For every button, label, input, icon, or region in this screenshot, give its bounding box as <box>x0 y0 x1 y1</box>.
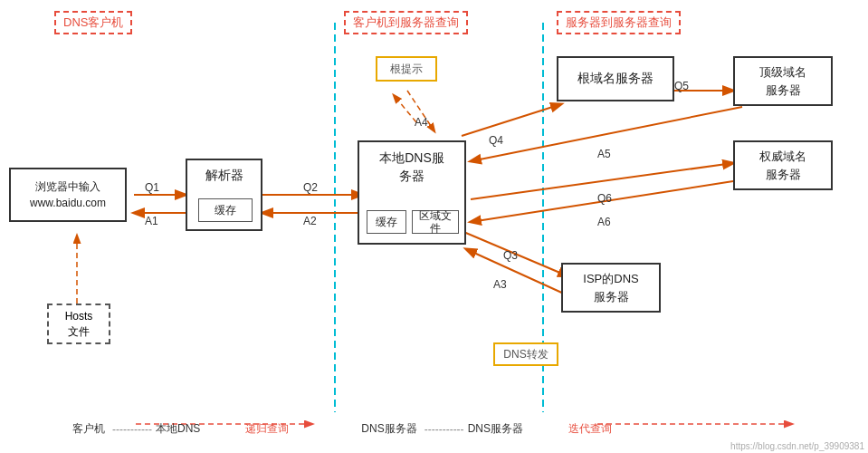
resolver-box: 解析器 缓存 <box>186 159 262 231</box>
tld-dns-box: 顶级域名服务器 <box>733 56 833 106</box>
dns-server2-label: DNS服务器 <box>468 421 523 437</box>
q6-label: Q6 <box>597 192 612 205</box>
a3-label: A3 <box>493 278 507 291</box>
client-label: 客户机 <box>72 421 105 437</box>
isp-dns-label: ISP的DNS服务器 <box>583 270 638 305</box>
q5-label: Q5 <box>674 80 689 92</box>
svg-line-8 <box>462 104 561 136</box>
root-hint-box: 根提示 <box>376 56 437 82</box>
tld-dns-label: 顶级域名服务器 <box>759 63 806 99</box>
watermark: https://blog.csdn.net/p_39909381 <box>730 441 864 451</box>
local-dns-box: 本地DNS服务器 缓存 区域文件 <box>358 140 466 245</box>
auth-dns-box: 权威域名服务器 <box>733 140 833 190</box>
local-dns-label: 本地DNS服务器 <box>359 149 464 185</box>
bottom-bar: 客户机 ----------- 本地DNS 递归查询 DNS服务器 ------… <box>0 421 868 437</box>
hosts-file-label: Hosts文件 <box>65 309 93 340</box>
root-hint-label: 根提示 <box>390 62 423 77</box>
auth-dns-label: 权威域名服务器 <box>759 148 806 183</box>
section-client-to-server: 客户机到服务器查询 <box>344 11 468 34</box>
root-dns-label: 根域名服务器 <box>577 71 653 87</box>
q1-label: Q1 <box>145 181 159 194</box>
zone-file-label: 区域文件 <box>419 209 452 236</box>
svg-line-6 <box>394 95 416 122</box>
cache1-box: 缓存 <box>198 198 253 222</box>
a6-label: A6 <box>597 216 611 228</box>
browser-input-box: 浏览器中输入www.baidu.com <box>9 168 127 222</box>
cache2-label: 缓存 <box>376 215 397 230</box>
dns-forward-label: DNS转发 <box>503 347 548 362</box>
isp-dns-box: ISP的DNS服务器 <box>561 263 661 313</box>
hosts-file-box: Hosts文件 <box>47 304 110 344</box>
q2-label: Q2 <box>303 181 318 194</box>
dns-forward-box: DNS转发 <box>493 342 558 366</box>
a2-label: A2 <box>303 215 317 227</box>
local-dns-bottom-label: 本地DNS <box>156 421 200 437</box>
cache1-label: 缓存 <box>215 203 236 218</box>
a1-label: A1 <box>145 215 158 227</box>
q4-label: Q4 <box>489 134 503 147</box>
recursive-label: 递归查询 <box>245 421 289 437</box>
root-dns-box: 根域名服务器 <box>557 56 674 101</box>
section-server-to-server: 服务器到服务器查询 <box>557 11 681 34</box>
q3-label: Q3 <box>503 249 518 262</box>
zone-file-box: 区域文件 <box>412 210 459 234</box>
iterative-label: 迭代查询 <box>568 421 612 437</box>
section-dns-client: DNS客户机 <box>54 11 132 34</box>
dns-server-label: DNS服务器 <box>361 421 416 437</box>
a4-label: A4 <box>415 116 428 129</box>
diagram: DNS客户机 客户机到服务器查询 服务器到服务器查询 浏览器中输入www.bai… <box>0 0 868 453</box>
a5-label: A5 <box>597 148 611 160</box>
resolver-label: 解析器 <box>187 168 261 184</box>
cache2-box: 缓存 <box>367 210 406 234</box>
browser-input-label: 浏览器中输入www.baidu.com <box>30 178 106 211</box>
